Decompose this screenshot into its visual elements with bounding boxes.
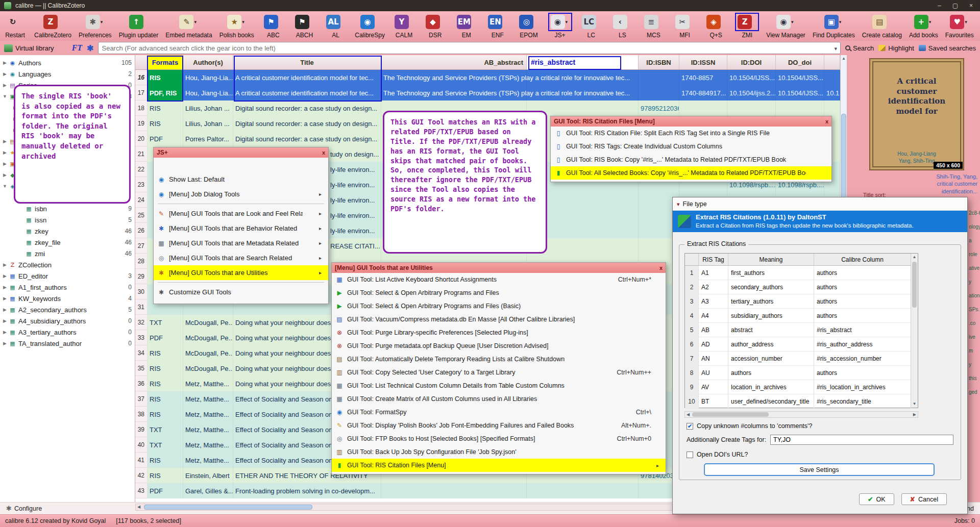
toolbar-button[interactable]: Z CalibreZotero bbox=[34, 13, 71, 39]
ris-table-vertical-scrollbar[interactable]: ▲ ▼ bbox=[911, 254, 918, 408]
sidebar-item[interactable]: ▶ ▦ ED_editor 3 bbox=[0, 270, 135, 282]
toolbar-button[interactable]: ↑ Plugin updater bbox=[119, 13, 158, 39]
tree-expand-icon[interactable]: ▶ bbox=[1, 172, 9, 178]
menu-close-icon[interactable]: x bbox=[821, 118, 828, 124]
toolbar-button[interactable]: ◉ CalibreSpy bbox=[355, 13, 385, 39]
tree-expand-icon[interactable]: ▶ bbox=[1, 341, 9, 346]
column-header[interactable] bbox=[135, 55, 148, 69]
column-header[interactable]: #ris_abstract bbox=[527, 55, 639, 69]
menu-item[interactable]: ▦ [Menu] GUI Tools that are Metadata Rel… bbox=[154, 236, 328, 250]
toolbar-button[interactable]: EM EM bbox=[454, 13, 478, 39]
scroll-up-icon[interactable]: ▲ bbox=[841, 55, 847, 62]
toolbar-button[interactable]: ♥ ▾ Favourites bbox=[945, 13, 974, 39]
toolbar-button[interactable]: ✱ ▾ Preferences bbox=[79, 13, 112, 39]
sidebar-item[interactable]: ▶ ▦ A4_subsidiary_authors 0 bbox=[0, 315, 135, 327]
horizontal-scroll-thumb[interactable] bbox=[144, 505, 312, 510]
toolbar-button[interactable]: ⚑ ABC bbox=[261, 13, 285, 39]
menu-item[interactable]: ⊗ GUI Tool: Purge metadata.opf Backup Qu… bbox=[332, 339, 666, 353]
menu-item[interactable]: ▥ GUI Tool: Copy Selected 'User Category… bbox=[332, 366, 666, 379]
maximize-button[interactable] bbox=[952, 2, 958, 9]
menu-item[interactable]: ▶ GUI Tool: Select & Open Arbitrary Prog… bbox=[332, 299, 666, 313]
sidebar-item[interactable]: ▶ ◉ Languages 2 bbox=[0, 68, 135, 80]
header-ris-tag[interactable]: RIS Tag bbox=[699, 254, 728, 265]
dropdown-caret-icon[interactable]: ▾ bbox=[194, 19, 198, 24]
search-input[interactable] bbox=[102, 44, 834, 52]
menu-item[interactable]: ▦ GUI Tool: List Technical Custom Column… bbox=[332, 379, 666, 392]
menu-item[interactable]: ◎ GUI Tool: FTP Books to Host [Selected … bbox=[332, 432, 666, 445]
fulltext-search-icon[interactable]: FT bbox=[72, 43, 82, 53]
tree-expand-icon[interactable]: ▶ bbox=[1, 150, 9, 155]
ris-table-row[interactable]: 10 BT user_defined/secondary_title #ris_… bbox=[685, 394, 918, 409]
tree-expand-icon[interactable]: ▶ bbox=[1, 83, 9, 88]
menu-item[interactable]: ✱ [Menu] GUI Tools that are Behavior Rel… bbox=[154, 221, 328, 236]
scroll-down-icon[interactable]: ▼ bbox=[911, 400, 918, 408]
column-header[interactable]: ID:ISBN bbox=[639, 55, 679, 69]
toolbar-button[interactable]: ◉ ▾ View Manager bbox=[766, 13, 805, 39]
menu-item[interactable]: ✱ Customize GUI Tools bbox=[154, 285, 328, 299]
menu-close-icon[interactable]: x bbox=[318, 149, 325, 156]
tree-expand-icon[interactable]: ▶ bbox=[1, 296, 9, 301]
toolbar-button[interactable]: ✂ MFI bbox=[673, 13, 697, 39]
menu-item[interactable]: ✱ [Menu] GUI Tools that are Utilities ▸ bbox=[154, 265, 328, 280]
tree-expand-icon[interactable]: ▶ bbox=[1, 330, 9, 335]
table-row[interactable]: 16 RIS Hou, Jiang-Lia... A critical cust… bbox=[135, 70, 840, 85]
ris-table-row[interactable]: 3 A3 tertiary_authors authors bbox=[685, 294, 918, 309]
tree-expand-icon[interactable]: ▼ bbox=[1, 184, 9, 189]
sidebar-item[interactable]: ▦ issn 5 bbox=[0, 214, 135, 225]
toolbar-button[interactable]: Z ZMI bbox=[735, 13, 759, 39]
tree-expand-icon[interactable]: ▶ bbox=[1, 139, 9, 144]
dropdown-caret-icon[interactable]: ▾ bbox=[929, 19, 933, 24]
scroll-thumb[interactable] bbox=[912, 262, 917, 308]
menu-item[interactable]: ✎ [Menu] GUI Tools that are Look and Fee… bbox=[154, 206, 328, 221]
column-header[interactable]: Author(s) bbox=[183, 55, 233, 69]
column-header[interactable]: DO_doi bbox=[776, 55, 824, 69]
menu-item[interactable]: ◉ [Menu] Job Dialog Tools ▸ bbox=[154, 187, 328, 202]
close-button[interactable] bbox=[969, 2, 973, 9]
sidebar-item[interactable]: ▦ isbn 9 bbox=[0, 203, 135, 214]
menu-item[interactable]: ▮ GUI Tool: RIS Citation Files [Menu] ▸ bbox=[332, 459, 666, 472]
menu-item[interactable] bbox=[154, 280, 328, 285]
ris-table-row[interactable]: 4 A4 subsidiary_authors authors bbox=[685, 309, 918, 323]
sidebar-item[interactable]: ▦ zmi 46 bbox=[0, 248, 135, 259]
jobs-indicator[interactable]: Jobs: 0 bbox=[954, 517, 975, 524]
ris-table-row[interactable]: 6 AD author_address #ris_author_address bbox=[685, 337, 918, 352]
tree-expand-icon[interactable]: ▶ bbox=[1, 262, 9, 267]
toolbar-button[interactable]: ◉ ▾ JS+ bbox=[548, 13, 572, 39]
dropdown-caret-icon[interactable]: ▾ bbox=[101, 19, 105, 24]
ris-table-row[interactable]: 5 AB abstract #ris_abstract bbox=[685, 323, 918, 337]
sidebar-item[interactable]: ▶ ▦ KW_keywords 4 bbox=[0, 293, 135, 304]
toolbar-button[interactable]: Y CALM bbox=[392, 13, 416, 39]
scroll-thumb[interactable] bbox=[692, 412, 769, 417]
menu-item[interactable]: ◎ [Menu] GUI Tools that are Search Relat… bbox=[154, 250, 328, 265]
ris-table-row[interactable]: 8 AU authors authors bbox=[685, 366, 918, 380]
toolbar-button[interactable]: ↻ Restart bbox=[3, 13, 27, 39]
column-header[interactable]: Title bbox=[233, 55, 381, 69]
column-header[interactable]: AB_abstract bbox=[381, 55, 527, 69]
sidebar-item[interactable]: ▶ ▦ A2_secondary_authors 5 bbox=[0, 304, 135, 315]
toolbar-button[interactable]: ✎ ▾ Embed metadata bbox=[165, 13, 212, 39]
collapse-triangle-icon[interactable] bbox=[677, 200, 680, 208]
sidebar-item[interactable]: ▶ Z ZCollection bbox=[0, 259, 135, 270]
tree-expand-icon[interactable]: ▶ bbox=[1, 71, 9, 77]
search-gear-icon[interactable]: ✱ bbox=[87, 43, 93, 53]
ok-button[interactable]: OK bbox=[859, 493, 894, 505]
toolbar-button[interactable]: ★ ▾ Polish books bbox=[219, 13, 254, 39]
ris-table-row[interactable]: 7 AN accession_number #ris_accession_num… bbox=[685, 352, 918, 366]
sidebar-item[interactable]: ▦ zkey 46 bbox=[0, 225, 135, 237]
menu-item[interactable]: ▤ GUI Tool: Vacuum/Compress metadata.db … bbox=[332, 313, 666, 326]
save-settings-button[interactable]: Save Settings bbox=[704, 463, 935, 476]
menu-item[interactable] bbox=[154, 202, 328, 206]
scroll-up-icon[interactable]: ▲ bbox=[911, 254, 918, 261]
menu-item[interactable]: ▶ GUI Tool: Select & Open Arbitrary Prog… bbox=[332, 286, 666, 299]
menu-item[interactable]: ▤ GUI Tool: Automatically Delete Tempora… bbox=[332, 353, 666, 366]
sidebar-item[interactable]: ▶ ▦ A1_first_authors 0 bbox=[0, 282, 135, 293]
toolbar-button[interactable]: AL AL bbox=[324, 13, 348, 39]
search-button[interactable]: Search bbox=[845, 44, 874, 52]
menu-item[interactable]: ◉ GUI Tool: FormatSpy Ctrl+\ bbox=[332, 406, 666, 419]
highlight-button[interactable]: Highlight bbox=[878, 44, 914, 52]
tree-expand-icon[interactable]: ▶ bbox=[1, 161, 9, 166]
toolbar-button[interactable]: LC LC bbox=[579, 13, 603, 39]
toolbar-button[interactable]: ‹ LS bbox=[610, 13, 634, 39]
toolbar-button[interactable]: ▤ Create catalog bbox=[862, 13, 902, 39]
dropdown-caret-icon[interactable]: ▾ bbox=[791, 19, 795, 24]
